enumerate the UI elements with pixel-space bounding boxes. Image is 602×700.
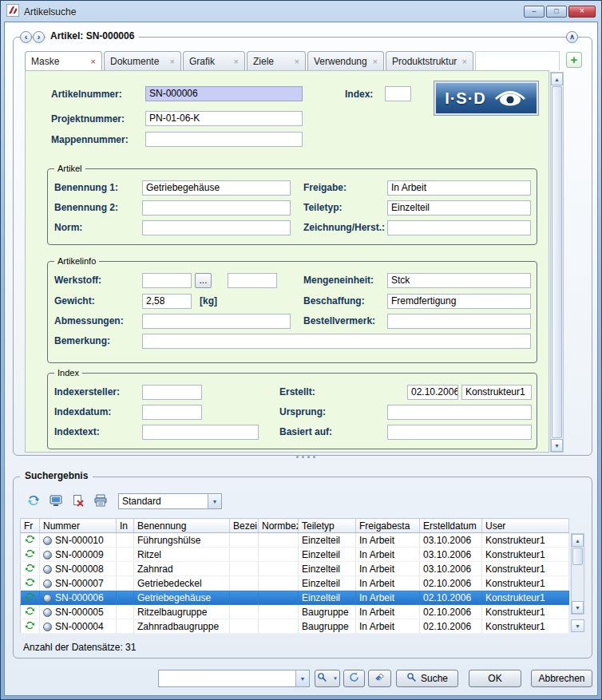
titlebar[interactable]: Artikelsuche – □ × [2,2,600,22]
column-header-nummer[interactable]: Nummer [40,519,117,533]
column-header-fr[interactable]: Fr [21,519,40,533]
minimize-button[interactable]: – [524,6,545,18]
table-row-selected[interactable]: SN-000006 Getriebegehäuse Einzelteil In … [21,591,569,605]
article-panel: ‹ › Artikel: SN-000006 ∧ Maske× Dokument… [13,37,592,456]
basiert-auf-field[interactable] [387,425,532,440]
clear-fields-button[interactable] [368,670,391,687]
teiletyp-field[interactable]: Einzelteil [387,200,531,216]
bemerkung-field[interactable] [142,334,531,349]
table-row[interactable]: SN-000004 Zahnradbaugruppe Baugruppe In … [21,619,569,634]
tab-close-icon[interactable]: × [368,57,378,66]
tab-close-icon[interactable]: × [229,57,239,66]
projektnummer-label: Projektnummer: [51,113,125,125]
print-result-button[interactable] [90,492,111,511]
indextext-field[interactable] [142,425,259,440]
index-field[interactable] [385,86,411,101]
werkstoff-label: Werkstoff: [54,275,101,286]
scroll-thumb[interactable] [552,86,562,438]
column-header-user[interactable]: User [482,519,569,533]
next-article-button[interactable]: › [33,31,45,43]
column-header-freigabestatus[interactable]: Freigabesta [356,519,420,533]
clear-result-button[interactable] [68,492,89,511]
norm-field[interactable] [142,220,291,235]
table-row[interactable]: SN-000005 Ritzelbaugruppe Baugruppe In A… [21,605,569,619]
bestellvermerk-field[interactable] [387,314,531,329]
column-header-normbezeichnung[interactable]: Normbezei [259,519,299,533]
eraser-icon [374,672,385,685]
column-header-teiletyp[interactable]: Teiletyp [299,519,356,533]
scroll-page-down-button[interactable]: ▼ [571,619,584,632]
scroll-up-button[interactable]: ▲ [572,534,584,547]
table-row[interactable]: SN-000010 Führungshülse Einzelteil In Ar… [21,533,569,548]
table-row[interactable]: SN-000008 Zahnrad Einzelteil In Arbeit 0… [21,562,569,576]
results-scrollbar[interactable]: ▲ ▼ [571,533,584,615]
table-row[interactable]: SN-000007 Getriebedeckel Einzelteil In A… [21,576,569,591]
artikelnummer-label: Artikelnummer: [51,89,122,100]
tab-verwendung[interactable]: Verwendung× [307,51,384,70]
tab-strip-filler [475,51,560,70]
benennung1-label: Benennung 1: [54,182,118,193]
tab-ziele[interactable]: Ziele× [247,51,306,70]
result-list-value: Standard [119,494,208,508]
tab-produktstruktur[interactable]: Produktstruktur× [386,51,473,70]
column-header-index[interactable]: In [117,519,134,533]
beschaffung-field[interactable]: Fremdfertigung [387,294,531,309]
ok-button[interactable]: OK [469,670,521,687]
freigabe-field[interactable]: In Arbeit [387,180,531,196]
quick-search-button[interactable]: ▼ [315,670,340,687]
zeichnung-field[interactable] [387,220,531,235]
result-list-combobox[interactable]: Standard ▼ [118,493,222,509]
column-header-benennung[interactable]: Benennung [134,519,230,533]
scroll-up-button[interactable]: ▲ [551,73,563,85]
indexersteller-field[interactable] [142,385,202,400]
erstellt-user-field[interactable]: Konstrukteur1 [461,385,532,400]
record-count: Anzahl der Datensätze: 31 [23,642,136,653]
tab-close-icon[interactable]: × [290,57,299,66]
tab-dokumente[interactable]: Dokumente× [104,51,181,70]
werkstoff-browse-button[interactable]: ... [195,273,212,288]
column-header-erstelldatum[interactable]: Erstelldatum [420,519,482,533]
mappennummer-field[interactable] [145,132,303,147]
add-tab-button[interactable]: + [566,52,582,68]
splitter-handle[interactable] [282,454,330,459]
mask-form: Artikelnummer: SN-000006 Index: I·S·D Pr… [25,70,549,453]
transfer-result-button[interactable] [46,492,66,511]
table-row[interactable]: SN-000009 Ritzel Einzelteil In Arbeit 03… [21,548,569,562]
abmessungen-field[interactable] [142,314,291,329]
benennung1-field[interactable]: Getriebegehäuse [142,180,291,196]
scroll-thumb[interactable] [572,548,583,565]
scroll-down-button[interactable]: ▼ [551,439,563,452]
form-scrollbar[interactable]: ▲ ▼ [550,72,564,453]
projektnummer-field[interactable]: PN-01-06-K [145,111,303,126]
scroll-down-button[interactable]: ▼ [572,601,584,614]
tab-maske[interactable]: Maske× [25,51,102,70]
werkstoff2-field[interactable] [228,273,277,288]
column-header-bezeichnung[interactable]: Bezei [230,519,259,533]
tab-close-icon[interactable]: × [457,57,467,66]
footer-combobox[interactable]: ▼ [158,670,310,687]
collapse-button[interactable]: ∧ [566,31,578,43]
indexdatum-field[interactable] [142,405,202,420]
prev-article-button[interactable]: ‹ [20,31,32,43]
suche-button-label: Suche [421,673,448,684]
werkstoff-field[interactable] [142,273,192,288]
maximize-button[interactable]: □ [546,6,567,18]
results-panel-title: Suchergebnis [20,470,93,481]
abbrechen-button[interactable]: Abbrechen [531,670,592,687]
gewicht-field[interactable]: 2,58 [142,294,192,309]
artikelnummer-field[interactable]: SN-000006 [145,86,303,101]
ursprung-field[interactable] [387,405,532,420]
part-icon [43,623,52,631]
benennung2-field[interactable] [142,200,291,216]
close-button[interactable]: × [568,6,596,18]
status-icon [25,579,35,590]
status-icon [25,607,35,619]
tab-close-icon[interactable]: × [165,57,175,66]
refresh-results-button[interactable] [23,492,44,511]
tab-grafik[interactable]: Grafik× [183,51,245,70]
tab-close-icon[interactable]: × [86,57,96,66]
suche-button[interactable]: Suche [396,670,458,687]
erstellt-field[interactable]: 02.10.2006 [407,385,458,400]
refresh-button[interactable] [343,670,365,687]
mengeneinheit-field[interactable]: Stck [387,273,531,288]
